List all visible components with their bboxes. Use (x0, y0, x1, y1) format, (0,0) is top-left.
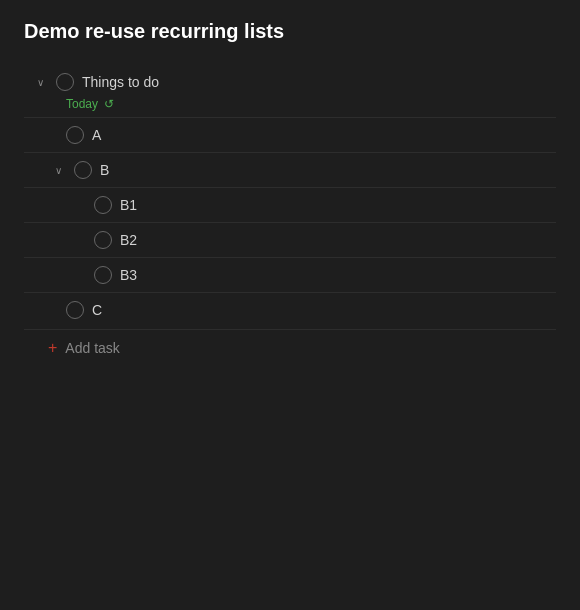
recur-icon: ↺ (104, 97, 114, 111)
chevron-down-icon: ∨ (32, 74, 48, 90)
group-label-b: B (100, 162, 109, 178)
subtask-checkbox-b1[interactable] (94, 196, 112, 214)
task-label-a: A (92, 127, 101, 143)
task-row-a[interactable]: A (24, 117, 556, 152)
task-label-c: C (92, 302, 102, 318)
today-label: Today (66, 97, 98, 111)
chevron-b-icon: ∨ (50, 162, 66, 178)
plus-icon: + (48, 340, 57, 356)
page-title: Demo re-use recurring lists (24, 20, 556, 43)
subtask-checkbox-b3[interactable] (94, 266, 112, 284)
task-checkbox-a[interactable] (66, 126, 84, 144)
list-header-text: Things to do (82, 74, 159, 90)
subtask-label-b3: B3 (120, 267, 137, 283)
add-task-label: Add task (65, 340, 119, 356)
subtask-checkbox-b2[interactable] (94, 231, 112, 249)
list-meta: Today ↺ (66, 97, 556, 111)
add-task-row[interactable]: + Add task (24, 329, 556, 366)
subtask-row-b3[interactable]: B3 (24, 257, 556, 292)
group-header-row-b[interactable]: ∨ B (24, 152, 556, 187)
task-row-c[interactable]: C (24, 292, 556, 327)
subtask-row-b1[interactable]: B1 (24, 187, 556, 222)
subtask-row-b2[interactable]: B2 (24, 222, 556, 257)
list-section: ∨ Things to do Today ↺ A ∨ B B1 B2 (24, 67, 556, 366)
list-header-row[interactable]: ∨ Things to do (24, 67, 556, 97)
task-checkbox-c[interactable] (66, 301, 84, 319)
subtask-label-b2: B2 (120, 232, 137, 248)
app-container: Demo re-use recurring lists ∨ Things to … (0, 0, 580, 610)
list-checkbox[interactable] (56, 73, 74, 91)
subtask-label-b1: B1 (120, 197, 137, 213)
group-checkbox-b[interactable] (74, 161, 92, 179)
